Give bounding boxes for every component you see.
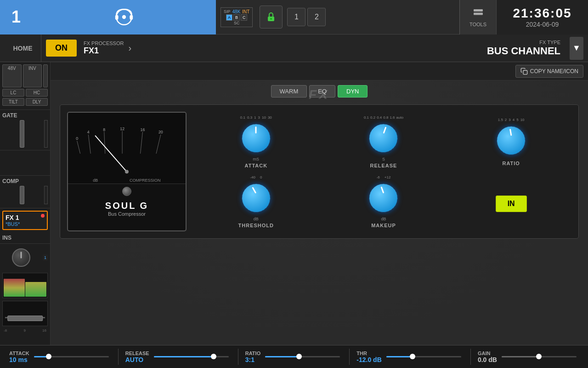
gain-slider-thumb[interactable] — [536, 354, 542, 359]
copy-name-button[interactable]: COPY NAME/ICON — [515, 65, 583, 78]
btn-dly[interactable]: DLY — [26, 98, 48, 106]
comp-label: COMP — [2, 178, 48, 184]
ratio-slider-thumb[interactable] — [296, 354, 302, 359]
filter-fader — [43, 64, 48, 87]
num-button-2[interactable]: 2 — [307, 8, 326, 26]
fx-processor-name: FX1 — [84, 46, 124, 56]
lock-icon — [266, 12, 277, 23]
filter-section: 48V INV LC HC TILT DLY — [0, 62, 50, 110]
svg-rect-9 — [474, 13, 483, 15]
tools-icon — [471, 7, 485, 21]
bottom-attack-param: ATTACK 10 ms — [9, 351, 29, 363]
makeup-knob[interactable] — [369, 184, 397, 212]
tools-button[interactable]: TOOLS — [459, 0, 496, 34]
thr-slider-thumb[interactable] — [410, 354, 415, 359]
btn-hc[interactable]: HC — [26, 89, 48, 97]
sip-block: SIP 48K INT A B C SC — [220, 7, 253, 27]
attack-slider-track — [34, 356, 109, 357]
makeup-label: MAKEUP — [371, 223, 396, 228]
headphone-icon — [113, 6, 136, 29]
bottom-ratio-value: 3:1 — [245, 356, 254, 363]
mode-dyn-button[interactable]: DYN — [338, 85, 368, 98]
svg-point-7 — [270, 18, 272, 20]
gain-slider-wrap — [502, 352, 577, 362]
svg-line-22 — [77, 141, 80, 154]
svg-line-23 — [95, 136, 127, 172]
channel-number: 1 — [0, 0, 32, 34]
fx1-active-dot — [41, 214, 45, 218]
svg-text:20: 20 — [158, 130, 163, 134]
attack-label: ATTACK — [245, 163, 268, 168]
attack-slider-thumb[interactable] — [46, 354, 51, 359]
comp-fader[interactable] — [20, 186, 24, 204]
bottom-gain-name: GAIN — [478, 351, 491, 356]
vu-scale-svg: 4 8 12 16 20 0 — [68, 126, 186, 177]
btn-48v[interactable]: 48V — [2, 64, 22, 87]
svg-text:16: 16 — [141, 127, 145, 132]
release-slider-wrap — [154, 352, 229, 362]
svg-point-24 — [125, 170, 129, 173]
volume-knob[interactable] — [12, 248, 30, 267]
compression-label: COMPRESSION — [130, 178, 161, 183]
svg-rect-8 — [474, 9, 483, 12]
release-knob[interactable] — [369, 124, 397, 152]
release-slider-thumb[interactable] — [211, 354, 216, 359]
volume-number: 1 — [43, 254, 48, 261]
threshold-knob[interactable] — [242, 184, 270, 212]
left-sidebar: 48V INV LC HC TILT DLY GATE — [0, 62, 51, 345]
ins-label: INS — [2, 235, 48, 241]
btn-inv[interactable]: INV — [23, 64, 42, 87]
separator-2 — [238, 349, 238, 365]
fx1-slot[interactable]: FX 1 *BUS* — [2, 211, 48, 230]
gate-section: GATE — [0, 110, 50, 150]
fx-processor-arrow[interactable]: › — [128, 43, 131, 53]
ratio-knob[interactable] — [497, 126, 525, 155]
compressor-unit: 4 8 12 16 20 0 — [60, 104, 579, 239]
bottom-ratio-param: RATIO 3:1 — [245, 351, 260, 363]
fx-processor-block: FX PROCESSOR FX1 — [84, 40, 124, 56]
separator-1 — [118, 349, 119, 365]
lock-button[interactable] — [260, 6, 283, 29]
home-button[interactable]: HOME — [5, 34, 41, 62]
ratio-slider-wrap — [265, 352, 340, 362]
bottom-gain-value: 0.0 dB — [478, 356, 497, 363]
in-button[interactable]: IN — [496, 196, 527, 212]
btn-tilt[interactable]: TILT — [2, 98, 24, 106]
threshold-unit: dB — [254, 217, 259, 221]
fx-type-name: BUS CHANNEL — [487, 45, 560, 57]
mode-warm-button[interactable]: WARM — [271, 85, 307, 98]
svg-line-18 — [104, 132, 105, 154]
svg-text:8: 8 — [103, 127, 105, 132]
attack-knob-wrap — [239, 121, 273, 155]
clock-block: 21:36:05 2024-06-09 — [496, 0, 588, 34]
thr-slider-wrap — [386, 352, 461, 362]
svg-text:0: 0 — [76, 136, 78, 141]
channel-fader[interactable] — [2, 301, 48, 326]
num-button-1[interactable]: 1 — [287, 8, 305, 26]
on-button[interactable]: ON — [46, 40, 77, 57]
svg-line-21 — [156, 135, 161, 154]
btn-lc[interactable]: LC — [2, 89, 24, 97]
second-bar: HOME ON FX PROCESSOR FX1 › FX TYPE BUS C… — [0, 34, 588, 62]
attack-knob[interactable] — [242, 124, 270, 152]
clock-date: 2024-06-09 — [526, 21, 559, 28]
ins-section: INS — [0, 232, 50, 244]
fx-top-bar: COPY NAME/ICON — [51, 62, 588, 80]
bottom-release-value: AUTO — [125, 356, 143, 363]
makeup-unit: dB — [381, 217, 386, 221]
clock-time: 21:36:05 — [513, 6, 571, 21]
fx-type-label: FX TYPE — [539, 40, 560, 45]
fx1-label: FX 1 — [6, 214, 45, 221]
ratio-label: RATIO — [502, 161, 520, 166]
threshold-control: -400 dB THRESHOLD — [196, 175, 317, 228]
empty-section-1 — [0, 150, 50, 176]
gate-fader[interactable] — [20, 120, 24, 148]
fx-type-dropdown[interactable]: ▼ — [570, 37, 583, 60]
bottom-attack-value: 10 ms — [9, 356, 28, 363]
bottom-ratio-name: RATIO — [245, 351, 260, 356]
attack-slider-wrap — [34, 352, 109, 362]
svg-rect-5 — [130, 15, 133, 20]
release-control: 0.10.20.40.81.6auto S RELEASE — [323, 115, 444, 168]
bottom-release-param: RELEASE AUTO — [125, 351, 149, 363]
fx-type-block: FX TYPE BUS CHANNEL — [487, 40, 560, 57]
